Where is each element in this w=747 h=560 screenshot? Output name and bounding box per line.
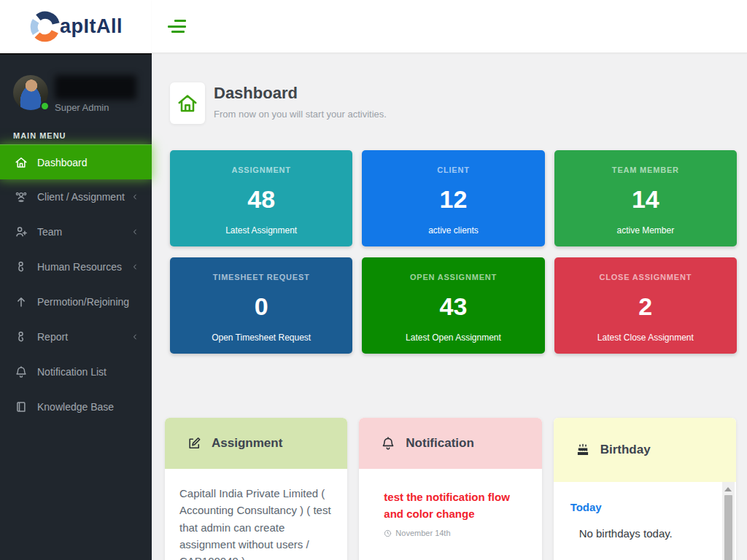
user-panel: Super Admin	[0, 55, 152, 113]
user-info: Super Admin	[55, 75, 136, 113]
widget-title: Notification	[406, 436, 474, 451]
stat-value: 14	[554, 185, 737, 214]
stat-label: ASSIGNMENT	[170, 166, 352, 174]
birthday-cake-icon	[576, 443, 590, 457]
sidebar-item-team[interactable]: Team	[0, 214, 152, 249]
sidebar-body: Super Admin MAIN MENU Dashboard Client /…	[0, 55, 152, 560]
birthday-scrollbar[interactable]	[722, 482, 735, 560]
sidebar-item-report[interactable]: Report	[0, 319, 152, 354]
capitall-logo-mark-icon	[29, 11, 61, 43]
scroll-up-arrow-icon[interactable]	[724, 487, 732, 491]
arrow-up-icon	[15, 295, 28, 308]
chevron-left-icon	[131, 263, 139, 271]
pencil-square-icon	[187, 436, 201, 451]
user-role: Super Admin	[55, 102, 136, 113]
sidebar-item-label: Human Resources	[37, 261, 131, 273]
stat-sublabel: Latest Assignment	[170, 225, 352, 236]
sidebar: apItAll Super Admin MAIN MENU Dashboard	[0, 0, 152, 560]
page-header-text: Dashboard From now on you will start you…	[214, 82, 387, 124]
notification-date: November 14th	[395, 529, 450, 537]
sidebar-item-notification-list[interactable]: Notification List	[0, 354, 152, 389]
sidebar-item-client-assignment[interactable]: Client / Assignment	[0, 179, 152, 214]
stat-value: 48	[170, 185, 352, 214]
person-plus-icon	[15, 225, 28, 238]
content-area: Dashboard From now on you will start you…	[152, 53, 747, 560]
stat-card-close-assignment[interactable]: CLOSE ASSIGNMENT 2 Latest Close Assignme…	[554, 257, 737, 354]
chevron-left-icon	[131, 193, 139, 201]
stat-card-team-member[interactable]: TEAM MEMBER 14 active Member	[554, 150, 737, 246]
sidebar-item-permotion-rejoining[interactable]: Permotion/Rejoining	[0, 284, 152, 319]
online-status-dot	[40, 101, 50, 111]
stat-value: 2	[554, 292, 737, 321]
birthday-widget: Birthday Today No birthdays today.	[554, 418, 736, 560]
sidebar-nav: Dashboard Client / Assignment Team Human…	[0, 144, 152, 424]
capitall-logo: apItAll	[29, 11, 123, 43]
page-header: Dashboard From now on you will start you…	[170, 82, 747, 124]
stat-value: 0	[170, 292, 352, 321]
page-subtitle: From now on you will start your activiti…	[214, 109, 387, 120]
app-window: apItAll Super Admin MAIN MENU Dashboard	[0, 0, 747, 560]
stat-card-client[interactable]: CLIENT 12 active clients	[362, 150, 544, 246]
chevron-left-icon	[131, 228, 139, 236]
menu-section-header: MAIN MENU	[13, 131, 152, 140]
clock-icon	[384, 529, 392, 537]
birthday-message: No birthdays today.	[579, 527, 736, 540]
person-icon	[15, 260, 28, 273]
stat-card-assignment[interactable]: ASSIGNMENT 48 Latest Assignment	[170, 150, 352, 246]
stat-label: CLOSE ASSIGNMENT	[554, 273, 737, 281]
stat-value: 12	[362, 185, 544, 214]
sidebar-item-label: Team	[37, 226, 131, 238]
user-name-redacted	[55, 75, 136, 100]
stat-sublabel: Open Timesheet Request	[170, 332, 352, 343]
notification-widget-body: test the notification flow and color cha…	[359, 469, 541, 560]
home-icon	[15, 156, 28, 169]
stat-sublabel: Latest Open Assignment	[362, 332, 544, 343]
stat-label: CLIENT	[362, 166, 544, 174]
stat-label: TIMESHEET REQUEST	[170, 273, 352, 281]
page-header-home-box	[170, 82, 205, 124]
sidebar-item-label: Client / Assignment	[37, 191, 131, 203]
stat-label: TEAM MEMBER	[554, 166, 737, 174]
stats-grid: ASSIGNMENT 48 Latest Assignment CLIENT 1…	[170, 150, 737, 354]
stat-label: OPEN ASSIGNMENT	[362, 273, 544, 281]
stat-card-open-assignment[interactable]: OPEN ASSIGNMENT 43 Latest Open Assignmen…	[362, 257, 544, 354]
sidebar-item-dashboard[interactable]: Dashboard	[0, 144, 152, 179]
main-area: Dashboard From now on you will start you…	[152, 0, 747, 560]
birthday-widget-header: Birthday	[554, 418, 736, 482]
topbar	[152, 0, 747, 53]
stat-value: 43	[362, 292, 544, 321]
assignment-widget: Assignment Capitall India Private Limite…	[165, 418, 347, 560]
sidebar-item-label: Notification List	[37, 366, 139, 378]
bell-icon	[381, 436, 395, 451]
book-icon	[15, 400, 28, 413]
users-group-icon	[15, 190, 28, 203]
notification-message[interactable]: test the notification flow and color cha…	[359, 469, 541, 522]
sidebar-item-label: Permotion/Rejoining	[37, 296, 139, 308]
sidebar-item-human-resources[interactable]: Human Resources	[0, 249, 152, 284]
sidebar-item-knowledge-base[interactable]: Knowledge Base	[0, 389, 152, 424]
sidebar-item-label: Report	[37, 331, 131, 343]
stat-sublabel: active Member	[554, 225, 737, 236]
assignment-item-text[interactable]: Capitall India Private Limited ( Account…	[165, 469, 347, 560]
person-icon	[15, 330, 28, 343]
sidebar-item-label: Dashboard	[37, 157, 139, 168]
logo-text: apItAll	[60, 15, 123, 38]
scrollbar-thumb[interactable]	[724, 495, 732, 560]
stat-sublabel: active clients	[362, 225, 544, 236]
notification-widget-header: Notification	[359, 418, 541, 469]
notification-date-row: November 14th	[384, 529, 541, 537]
widgets-grid: Assignment Capitall India Private Limite…	[165, 418, 736, 560]
avatar	[13, 75, 48, 110]
bell-icon	[15, 365, 28, 378]
birthday-widget-body: Today No birthdays today.	[554, 482, 736, 560]
widget-title: Assignment	[212, 436, 282, 451]
home-icon	[177, 93, 198, 114]
assignment-widget-header: Assignment	[165, 418, 347, 469]
chevron-left-icon	[131, 333, 139, 341]
sidebar-toggle-hamburger-icon[interactable]	[168, 19, 186, 34]
stat-card-timesheet-request[interactable]: TIMESHEET REQUEST 0 Open Timesheet Reque…	[170, 257, 352, 354]
page-title: Dashboard	[214, 84, 387, 103]
birthday-section-label: Today	[570, 501, 736, 513]
brand-logo[interactable]: apItAll	[0, 0, 152, 55]
assignment-widget-body: Capitall India Private Limited ( Account…	[165, 469, 347, 560]
